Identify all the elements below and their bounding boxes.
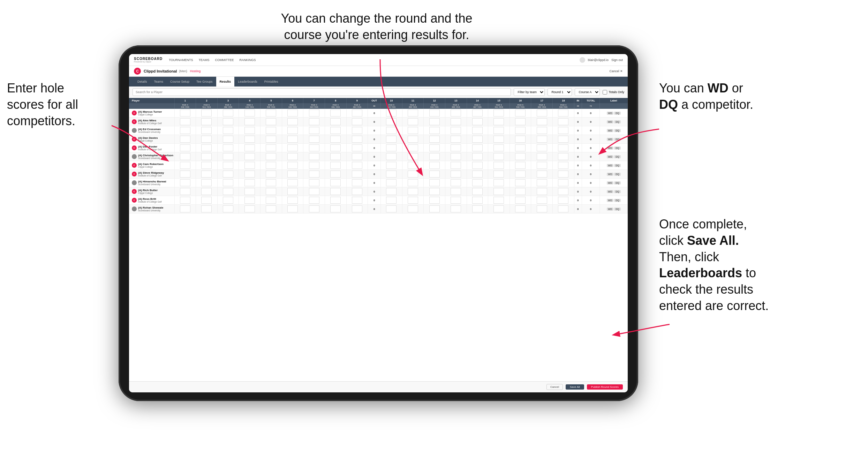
hole-9-score[interactable] — [346, 205, 368, 213]
hole-18-input[interactable] — [558, 153, 568, 160]
hole-5-score[interactable] — [261, 152, 282, 161]
hole-14-input[interactable] — [472, 144, 483, 151]
hole-11-input[interactable] — [408, 144, 418, 151]
hole-17-input[interactable] — [537, 136, 547, 143]
hole-10-score[interactable] — [380, 161, 402, 170]
tab-results[interactable]: Results — [216, 77, 235, 86]
hole-13-score[interactable] — [445, 109, 467, 118]
hole-3-input[interactable] — [223, 171, 233, 178]
hole-5-input[interactable] — [266, 118, 276, 125]
hole-18-score[interactable] — [553, 205, 574, 213]
hole-9-score[interactable] — [346, 196, 368, 205]
hole-10-input[interactable] — [386, 144, 397, 151]
hole-8-score[interactable] — [325, 152, 346, 161]
hole-14-score[interactable] — [467, 109, 488, 118]
hole-17-input[interactable] — [537, 118, 547, 125]
hole-1-score[interactable] — [174, 161, 196, 170]
hole-4-score[interactable] — [239, 144, 261, 152]
hole-4-score[interactable] — [239, 152, 261, 161]
hole-6-score[interactable] — [282, 187, 303, 196]
hole-2-input[interactable] — [201, 162, 212, 169]
hole-5-input[interactable] — [266, 205, 276, 212]
hole-17-input[interactable] — [537, 153, 547, 160]
hole-12-score[interactable] — [424, 152, 445, 161]
hole-9-input[interactable] — [352, 162, 362, 169]
hole-7-score[interactable] — [303, 135, 325, 144]
hole-4-input[interactable] — [244, 144, 255, 151]
hole-11-score[interactable] — [402, 118, 424, 126]
hole-17-input[interactable] — [537, 144, 547, 151]
hole-13-input[interactable] — [451, 110, 461, 116]
hole-2-score[interactable] — [196, 118, 218, 126]
hole-8-score[interactable] — [325, 196, 346, 205]
hole-12-input[interactable] — [429, 179, 440, 186]
hole-14-score[interactable] — [467, 179, 488, 187]
hole-4-score[interactable] — [239, 161, 261, 170]
hole-14-input[interactable] — [472, 127, 483, 134]
hole-4-input[interactable] — [244, 110, 255, 116]
hole-5-score[interactable] — [261, 179, 282, 187]
hole-7-score[interactable] — [303, 144, 325, 152]
hole-2-input[interactable] — [201, 110, 212, 116]
hole-11-score[interactable] — [402, 196, 424, 205]
hole-7-score[interactable] — [303, 161, 325, 170]
dq-button[interactable]: DQ — [614, 208, 621, 211]
dq-button[interactable]: DQ — [614, 181, 621, 184]
hole-3-input[interactable] — [223, 197, 233, 204]
hole-8-score[interactable] — [325, 109, 346, 118]
hole-3-input[interactable] — [223, 153, 233, 160]
hole-17-score[interactable] — [531, 205, 553, 213]
hole-6-input[interactable] — [287, 205, 298, 212]
hole-16-input[interactable] — [515, 153, 526, 160]
hole-11-score[interactable] — [402, 126, 424, 135]
hole-1-input[interactable] — [180, 127, 190, 134]
hole-8-score[interactable] — [325, 126, 346, 135]
hole-4-score[interactable] — [239, 179, 261, 187]
hole-10-score[interactable] — [380, 179, 402, 187]
wd-button[interactable]: WD — [607, 146, 614, 150]
hole-1-score[interactable] — [174, 152, 196, 161]
hole-3-score[interactable] — [217, 196, 239, 205]
hole-14-input[interactable] — [472, 171, 483, 178]
hole-12-input[interactable] — [429, 118, 440, 125]
hole-2-score[interactable] — [196, 161, 218, 170]
hole-6-input[interactable] — [287, 179, 298, 186]
hole-16-input[interactable] — [515, 127, 526, 134]
dq-button[interactable]: DQ — [614, 164, 621, 167]
hole-5-input[interactable] — [266, 136, 276, 143]
hole-18-score[interactable] — [553, 152, 574, 161]
hole-8-input[interactable] — [330, 205, 341, 212]
hole-6-score[interactable] — [282, 205, 303, 213]
hole-8-input[interactable] — [330, 118, 341, 125]
hole-14-score[interactable] — [467, 170, 488, 179]
cancel-button[interactable]: Cancel — [546, 384, 563, 390]
hole-2-input[interactable] — [201, 136, 212, 143]
hole-17-input[interactable] — [537, 110, 547, 116]
hole-2-score[interactable] — [196, 170, 218, 179]
dq-button[interactable]: DQ — [614, 129, 621, 132]
hole-5-score[interactable] — [261, 205, 282, 213]
hole-10-score[interactable] — [380, 144, 402, 152]
hole-15-score[interactable] — [488, 196, 510, 205]
tab-tee-groups[interactable]: Tee Groups — [193, 77, 216, 86]
nav-rankings[interactable]: RANKINGS — [240, 58, 256, 62]
hole-8-input[interactable] — [330, 144, 341, 151]
hole-6-score[interactable] — [282, 161, 303, 170]
wd-button[interactable]: WD — [607, 208, 614, 211]
hole-3-input[interactable] — [223, 127, 233, 134]
hole-10-score[interactable] — [380, 135, 402, 144]
hole-16-score[interactable] — [510, 135, 531, 144]
hole-7-input[interactable] — [309, 144, 319, 151]
hole-6-score[interactable] — [282, 118, 303, 126]
hole-15-input[interactable] — [493, 127, 504, 134]
hole-16-input[interactable] — [515, 188, 526, 195]
hole-1-score[interactable] — [174, 205, 196, 213]
hole-17-score[interactable] — [531, 135, 553, 144]
hole-13-input[interactable] — [451, 162, 461, 169]
hole-14-score[interactable] — [467, 144, 488, 152]
hole-13-input[interactable] — [451, 118, 461, 125]
hole-16-input[interactable] — [515, 144, 526, 151]
hole-5-input[interactable] — [266, 179, 276, 186]
hole-8-score[interactable] — [325, 144, 346, 152]
hole-7-score[interactable] — [303, 152, 325, 161]
